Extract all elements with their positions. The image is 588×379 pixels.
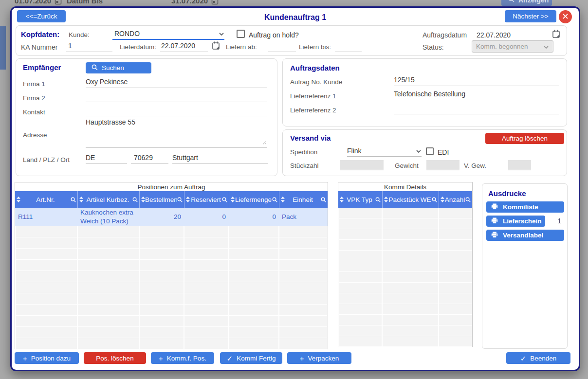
table-row[interactable]: [338, 272, 472, 283]
sort-icon[interactable]: [140, 197, 145, 202]
table-row[interactable]: [15, 237, 328, 249]
table-row[interactable]: [338, 336, 472, 347]
table-row[interactable]: [15, 293, 328, 305]
column-header[interactable]: Anzahl: [439, 191, 472, 208]
table-row[interactable]: [15, 338, 328, 349]
spedition-select[interactable]: Flink: [347, 145, 422, 157]
lieferreferenz1-input[interactable]: Telefonische Bestellung: [394, 90, 559, 100]
column-header[interactable]: Artikel Kurbez.: [77, 191, 139, 208]
auftragsdatum-value[interactable]: 22.07.2020: [477, 31, 511, 39]
plus-icon: +: [300, 355, 304, 362]
search-icon: [92, 64, 98, 72]
table-row[interactable]: [338, 304, 472, 315]
column-header[interactable]: Reserviert: [184, 191, 229, 208]
kunde-select[interactable]: RONDO: [112, 28, 224, 40]
liefern-bis-input[interactable]: [335, 41, 362, 52]
position-dazu-button[interactable]: + Position dazu: [15, 352, 79, 364]
kommiliste-button[interactable]: Kommiliste: [486, 201, 564, 213]
adresse-textarea[interactable]: Hauptstrasse 55: [86, 118, 267, 148]
search-icon[interactable]: [222, 197, 229, 202]
auftrag-loeschen-button[interactable]: Auftrag löschen: [485, 133, 564, 144]
komm-f-pos-button[interactable]: + Komm.f. Pos.: [151, 352, 214, 364]
auftrag-on-hold-checkbox[interactable]: [237, 30, 245, 38]
table-row[interactable]: [15, 260, 328, 271]
sort-icon[interactable]: [383, 197, 388, 202]
lieferschein-button[interactable]: Lieferschein: [486, 216, 545, 227]
table-row[interactable]: [338, 251, 472, 261]
column-header[interactable]: Packstück WE: [382, 191, 439, 208]
table-row[interactable]: [338, 208, 472, 218]
column-header[interactable]: Art.Nr.: [15, 191, 77, 208]
lieferreferenz2-input[interactable]: [394, 104, 559, 114]
firma1-input[interactable]: Oxy Pekinese: [86, 77, 267, 88]
table-row[interactable]: [338, 261, 472, 272]
firma2-label: Firma 2: [23, 94, 45, 102]
table-cell: [229, 305, 279, 316]
calendar-icon[interactable]: [552, 30, 560, 40]
kopfdaten-section: Kopfdaten: Kunde: RONDO Auftrag on hold?…: [16, 25, 567, 56]
sort-icon[interactable]: [439, 197, 444, 202]
table-row[interactable]: [15, 316, 328, 327]
resize-handle-icon[interactable]: [262, 139, 267, 146]
column-header[interactable]: Liefermenge: [229, 191, 279, 208]
table-cell: [184, 226, 229, 237]
sort-icon[interactable]: [184, 197, 190, 202]
table-row[interactable]: [338, 229, 472, 240]
search-icon[interactable]: [272, 197, 279, 202]
table-row[interactable]: [15, 271, 328, 282]
land-input[interactable]: DE: [86, 153, 127, 164]
table-row[interactable]: [15, 226, 328, 237]
search-icon[interactable]: [375, 197, 382, 202]
suchen-button[interactable]: Suchen: [86, 62, 151, 73]
search-icon[interactable]: [132, 197, 139, 202]
sort-icon[interactable]: [78, 197, 83, 202]
check-icon: ✓: [227, 355, 233, 362]
verpacken-button[interactable]: + Verpacken: [287, 352, 351, 364]
table-row[interactable]: [338, 325, 472, 336]
search-icon[interactable]: [71, 197, 77, 202]
column-header[interactable]: Bestellmenge: [139, 191, 184, 208]
table-cell: [229, 316, 279, 327]
versandlabel-button[interactable]: Versandlabel: [486, 230, 564, 241]
table-row[interactable]: [338, 240, 472, 251]
auftrag-no-input[interactable]: 125/15: [394, 75, 559, 86]
table-row[interactable]: [338, 283, 472, 293]
sort-icon[interactable]: [15, 197, 20, 202]
next-button[interactable]: Nächster >>: [505, 10, 556, 22]
table-row[interactable]: [15, 327, 328, 338]
calendar-icon[interactable]: [212, 41, 220, 52]
close-button[interactable]: [559, 10, 572, 23]
pos-loeschen-button[interactable]: Pos. löschen: [84, 352, 146, 364]
sort-icon[interactable]: [279, 197, 285, 202]
liefern-ab-label: Liefern ab:: [226, 43, 257, 51]
search-icon[interactable]: [432, 197, 439, 202]
table-row[interactable]: [338, 218, 472, 229]
sort-icon[interactable]: [229, 197, 235, 202]
kontakt-input[interactable]: [86, 106, 267, 116]
column-header[interactable]: VPK Typ: [338, 191, 382, 208]
versand-section: Versand via Auftrag löschen Spedition Fl…: [282, 129, 567, 176]
table-row[interactable]: [338, 315, 472, 325]
column-header[interactable]: Einheit: [279, 191, 328, 208]
table-row[interactable]: [15, 249, 328, 260]
search-icon[interactable]: [465, 197, 472, 202]
lieferdatum-input[interactable]: 22.07.2020: [160, 41, 208, 52]
edi-checkbox[interactable]: [426, 147, 434, 155]
ort-input[interactable]: Stuttgart: [172, 153, 268, 164]
table-row[interactable]: [15, 282, 328, 293]
firma2-input[interactable]: [86, 91, 267, 102]
kommi-fertig-button[interactable]: ✓ Kommi Fertig: [220, 352, 282, 364]
sort-icon[interactable]: [338, 197, 344, 202]
table-row[interactable]: [338, 293, 472, 304]
search-icon[interactable]: [321, 197, 328, 202]
table-row[interactable]: [15, 305, 328, 316]
table-row-selected[interactable]: R111Kauknochen extra Weich (10 Pack)2000…: [15, 208, 328, 226]
plz-input[interactable]: 70629: [131, 153, 168, 164]
ka-nummer-input[interactable]: 1: [66, 41, 112, 52]
table-cell: R111: [15, 208, 77, 226]
beenden-button[interactable]: ✓ Beenden: [506, 352, 570, 364]
lieferschein-count-input[interactable]: 1: [549, 217, 561, 225]
table-cell: [338, 325, 382, 336]
liefern-ab-input[interactable]: [268, 41, 296, 52]
search-icon[interactable]: [177, 197, 184, 202]
